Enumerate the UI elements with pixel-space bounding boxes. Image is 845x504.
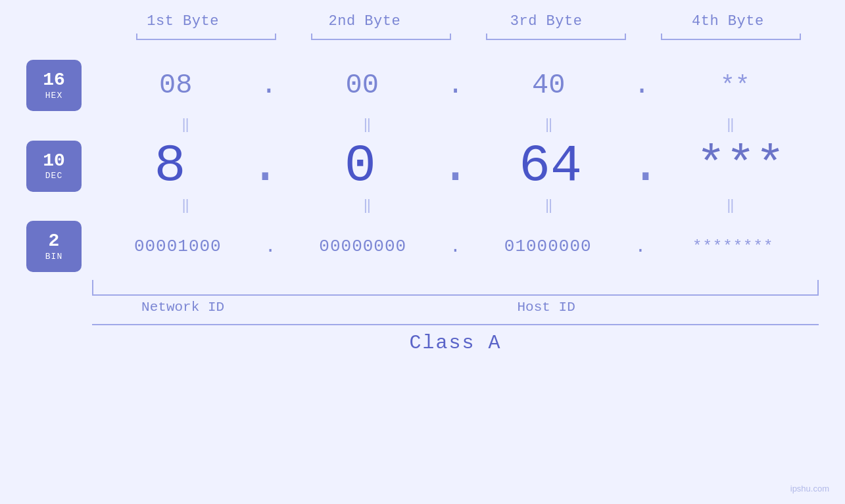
hex-base-num: 16 (43, 70, 65, 91)
dec-byte2-cell: 0 (282, 136, 438, 196)
equals-row-1: || || || || (92, 115, 819, 136)
network-bracket (92, 280, 274, 296)
hex-row: 16 HEX 08 . 00 . 40 . ** (26, 56, 819, 115)
hex-dot2: . (447, 70, 464, 101)
bin-values: 00001000 . 00000000 . 01000000 . *******… (92, 237, 819, 257)
bin-byte3-cell: 01000000 (462, 237, 634, 256)
byte3-header: 3rd Byte (456, 13, 637, 30)
class-bar: Class A (92, 324, 819, 354)
hex-byte1: 08 (159, 70, 192, 101)
hex-byte4-cell: ** (652, 72, 819, 100)
dec-byte1-cell: 8 (92, 136, 248, 196)
bin-dot2: . (450, 237, 461, 257)
equals-row-2: || || || || (92, 196, 819, 217)
hex-badge: 16 HEX (26, 60, 82, 111)
bin-byte2: 00000000 (319, 237, 406, 256)
eq1-b1: || (92, 118, 274, 133)
bin-base-label: BIN (45, 252, 62, 262)
main-container: 1st Byte 2nd Byte 3rd Byte 4th Byte 16 H… (0, 0, 845, 504)
hex-byte2-cell: 00 (279, 70, 446, 101)
hex-base-label: HEX (45, 91, 62, 101)
bin-byte3: 01000000 (504, 237, 592, 256)
dec-byte3-cell: 64 (473, 136, 629, 196)
dec-byte4-cell: *** (663, 138, 819, 194)
top-bracket-row (118, 34, 819, 45)
bottom-brackets (92, 280, 819, 296)
bin-dot1: . (265, 237, 276, 257)
dec-values: 8 . 0 . 64 . *** (92, 136, 819, 196)
dec-badge: 10 DEC (26, 141, 82, 192)
hex-byte3-cell: 40 (465, 70, 632, 101)
id-labels: Network ID Host ID (92, 300, 819, 315)
class-label: Class A (92, 332, 819, 354)
host-id-label: Host ID (274, 300, 819, 315)
dec-base-num: 10 (43, 151, 65, 172)
bracket-byte3 (469, 34, 644, 45)
dec-byte3: 64 (519, 136, 582, 196)
bin-dot3: . (635, 237, 646, 257)
bracket-byte1 (118, 34, 293, 45)
bin-badge: 2 BIN (26, 221, 82, 272)
eq2-b2: || (274, 199, 455, 214)
dec-row: 10 DEC 8 . 0 . 64 . *** (26, 136, 819, 196)
hex-dot3: . (633, 70, 650, 101)
bin-byte1: 00001000 (134, 237, 222, 256)
hex-byte3: 40 (532, 70, 565, 101)
eq1-b3: || (456, 118, 637, 133)
dec-dot2: . (439, 136, 471, 196)
network-id-label: Network ID (92, 300, 274, 315)
bin-byte2-cell: 00000000 (277, 237, 448, 256)
hex-byte4: ** (720, 72, 750, 100)
eq2-b4: || (637, 199, 819, 214)
dec-dot3: . (630, 136, 662, 196)
bin-byte1-cell: 00001000 (92, 237, 264, 256)
class-bar-line (92, 324, 819, 325)
dec-byte2: 0 (345, 136, 376, 196)
bracket-byte4 (644, 34, 819, 45)
bin-byte4-cell: ******** (647, 238, 819, 256)
byte4-header: 4th Byte (637, 13, 819, 30)
dec-dot1: . (249, 136, 281, 196)
hex-values: 08 . 00 . 40 . ** (92, 70, 819, 101)
host-bracket (274, 280, 819, 296)
eq1-b4: || (637, 118, 819, 133)
dec-base-label: DEC (45, 171, 62, 181)
eq2-b3: || (456, 199, 637, 214)
hex-byte2: 00 (346, 70, 379, 101)
bin-byte4: ******** (692, 238, 773, 256)
dec-byte1: 8 (155, 136, 186, 196)
eq1-b2: || (274, 118, 455, 133)
dec-byte4: *** (696, 138, 785, 194)
bracket-byte2 (293, 34, 468, 45)
bin-base-num: 2 (49, 231, 60, 252)
byte1-header: 1st Byte (92, 13, 274, 30)
hex-byte1-cell: 08 (92, 70, 259, 101)
byte2-header: 2nd Byte (274, 13, 455, 30)
bin-row: 2 BIN 00001000 . 00000000 . 01000000 . *… (26, 217, 819, 276)
watermark: ipshu.com (790, 484, 829, 493)
hex-dot1: . (260, 70, 277, 101)
eq2-b1: || (92, 199, 274, 214)
